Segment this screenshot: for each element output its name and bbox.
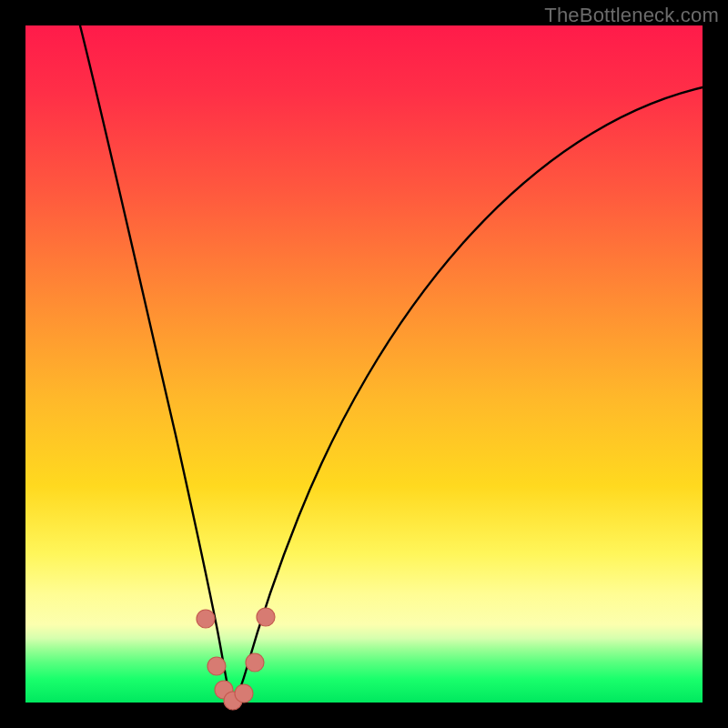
watermark-text: TheBottleneck.com <box>544 4 719 27</box>
chart-frame: TheBottleneck.com <box>0 0 728 728</box>
chart-svg <box>25 25 703 703</box>
plot-area <box>25 25 703 703</box>
curve-right-branch <box>233 87 703 703</box>
highlight-dots-group <box>197 608 275 710</box>
curve-left-branch <box>80 25 233 703</box>
